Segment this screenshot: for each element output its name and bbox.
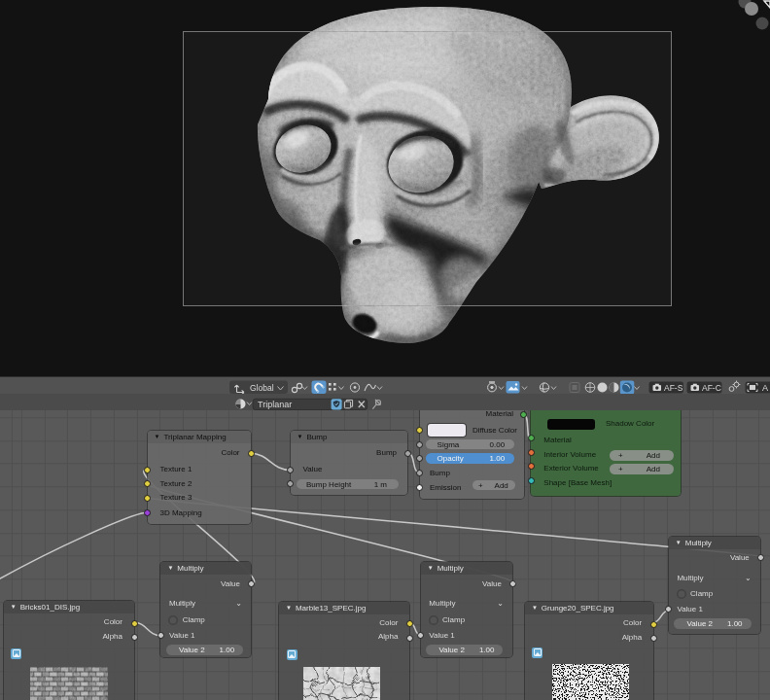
- svg-text:AF-C: AF-C: [702, 383, 721, 393]
- svg-text:Global: Global: [250, 383, 274, 393]
- svg-text:A: A: [762, 383, 768, 393]
- svg-text:Triplanar: Triplanar: [258, 400, 292, 409]
- svg-text:AF-S: AF-S: [664, 383, 683, 393]
